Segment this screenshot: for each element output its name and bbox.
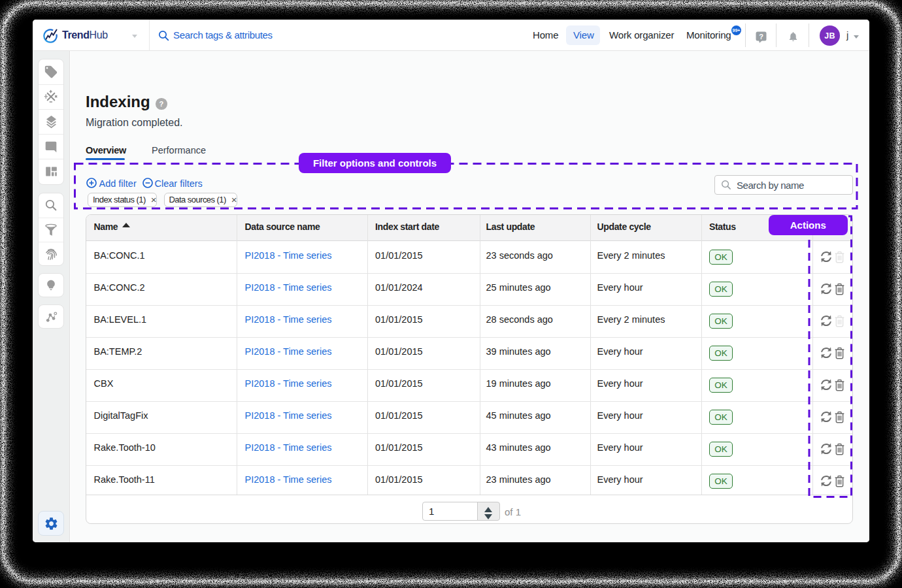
svg-text:?: ? [759,33,763,41]
